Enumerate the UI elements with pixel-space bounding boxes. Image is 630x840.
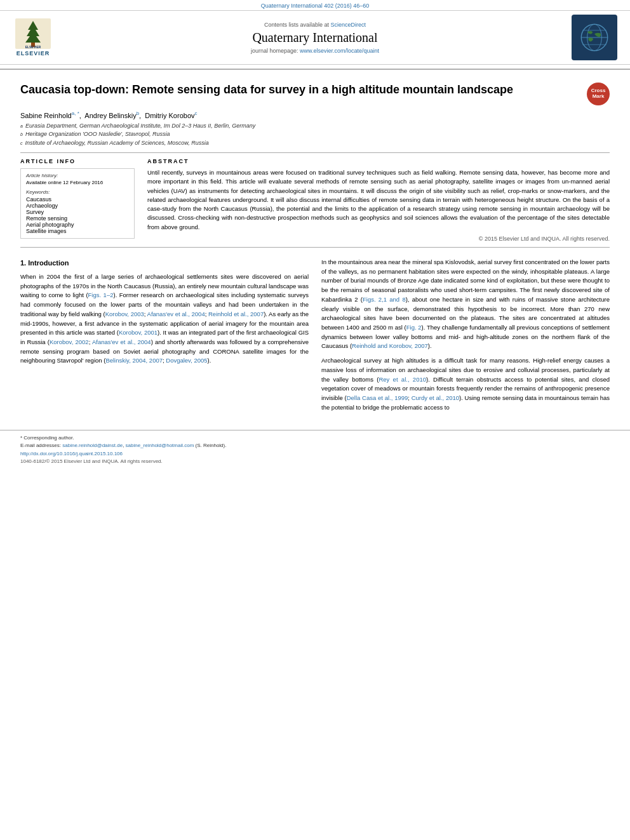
body-column-1: 1. Introduction When in 2004 the first o… bbox=[20, 258, 309, 418]
author-2-sup: b bbox=[137, 110, 139, 116]
author-3: Dmitriy Korobov bbox=[145, 112, 194, 119]
rey2010-link[interactable]: Rey et al., 2010 bbox=[379, 376, 426, 383]
keywords-label: Keywords: bbox=[26, 189, 129, 195]
issn-line: 1040-6182/© 2015 Elsevier Ltd and INQUA.… bbox=[20, 458, 610, 464]
dellacasa1999-link[interactable]: Della Casa et al., 1999 bbox=[347, 394, 408, 401]
crossmark-icon: CrossMark bbox=[587, 83, 610, 105]
keyword-6: Satellite images bbox=[26, 228, 129, 234]
reinhold-korobov-link[interactable]: Reinhold and Korobov, 2007 bbox=[352, 342, 428, 349]
keyword-4: Remote sensing bbox=[26, 215, 129, 222]
body-section: 1. Introduction When in 2004 the first o… bbox=[20, 258, 610, 418]
elsevier-logo: ELSEVIER ELSEVIER bbox=[8, 18, 58, 57]
fig2-link[interactable]: Fig. 2 bbox=[406, 324, 422, 331]
article-body: Caucasia top-down: Remote sensing data f… bbox=[0, 70, 630, 423]
korobov2001-link[interactable]: Korobov, 2001 bbox=[119, 329, 158, 336]
affil-3-sup: c bbox=[20, 140, 23, 147]
affil-1-sup: a bbox=[20, 123, 23, 130]
journal-logo-right bbox=[572, 15, 622, 60]
affiliation-1: a Eurasia Department, German Archaeologi… bbox=[20, 122, 610, 131]
body-column-2: In the mountainous area near the mineral… bbox=[321, 258, 610, 418]
footnote-corresponding: * Corresponding author. bbox=[20, 434, 610, 442]
dovgalev-link[interactable]: Dovgalev, 2005 bbox=[166, 357, 207, 364]
keyword-2: Archaeology bbox=[26, 203, 129, 209]
article-title-section: Caucasia top-down: Remote sensing data f… bbox=[20, 76, 610, 105]
body-divider bbox=[20, 247, 610, 248]
curdy2010-link[interactable]: Curdy et al., 2010 bbox=[412, 394, 459, 401]
figs2-link[interactable]: Figs. 2,1 and 8 bbox=[363, 296, 406, 303]
journal-banner: ELSEVIER ELSEVIER Contents lists availab… bbox=[0, 10, 630, 65]
article-info-column: ARTICLE INFO Article history: Available … bbox=[20, 158, 135, 242]
email-label: E-mail addresses: bbox=[20, 443, 61, 448]
journal-globe-icon bbox=[574, 16, 615, 59]
article-divider bbox=[20, 152, 610, 153]
email-2-link[interactable]: sabine_reinhold@hotmail.com bbox=[126, 443, 194, 448]
keyword-3: Survey bbox=[26, 209, 129, 215]
elsevier-label: ELSEVIER bbox=[17, 50, 50, 57]
affil-1-text: Eurasia Department, German Archaeologica… bbox=[25, 122, 255, 131]
journal-center: Contents lists available at ScienceDirec… bbox=[65, 22, 565, 54]
abstract-column: ABSTRACT Until recently, surveys in moun… bbox=[147, 158, 610, 242]
article-title: Caucasia top-down: Remote sensing data f… bbox=[20, 83, 580, 97]
affil-2-sup: b bbox=[20, 131, 23, 138]
footnote-email: E-mail addresses: sabine.reinhold@dainst… bbox=[20, 442, 610, 450]
article-footer: * Corresponding author. E-mail addresses… bbox=[0, 430, 630, 467]
authors-line: Sabine Reinholda, *, Andrey Belinskiyb, … bbox=[20, 110, 610, 119]
contents-line: Contents lists available at ScienceDirec… bbox=[65, 22, 565, 28]
email-end: (S. Reinhold). bbox=[196, 443, 227, 448]
afanasev2004-link[interactable]: Afanas'ev et al., 2004 bbox=[147, 310, 205, 317]
reinhold2007-link[interactable]: Reinhold et al., 2007 bbox=[208, 310, 264, 317]
copyright-line: © 2015 Elsevier Ltd and INQUA. All right… bbox=[147, 236, 610, 242]
body-col2-para1: In the mountainous area near the mineral… bbox=[321, 258, 610, 351]
korobov2003-link[interactable]: Korobov, 2003 bbox=[105, 310, 144, 317]
korobov2002-link[interactable]: Korobov, 2002 bbox=[50, 338, 89, 345]
journal-logo-image bbox=[572, 15, 617, 60]
section-1-number: 1. bbox=[20, 259, 26, 267]
article-available: Available online 12 February 2016 bbox=[26, 180, 129, 185]
keyword-1: Caucasus bbox=[26, 196, 129, 203]
article-info-box: Article history: Available online 12 Feb… bbox=[20, 168, 135, 239]
doi-link-line: http://dx.doi.org/10.1016/j.quaint.2015.… bbox=[20, 451, 610, 457]
journal-homepage: journal homepage: www.elsevier.com/locat… bbox=[65, 48, 565, 54]
affil-2-text: Heritage Organization 'OOO Nasledie', St… bbox=[25, 130, 170, 139]
fig1-link[interactable]: Figs. 1–2 bbox=[88, 291, 114, 298]
elsevier-tree-icon: ELSEVIER bbox=[15, 18, 51, 49]
keyword-5: Aerial photography bbox=[26, 222, 129, 228]
info-abstract-section: ARTICLE INFO Article history: Available … bbox=[20, 158, 610, 242]
belinskiy-link[interactable]: Belinskiy, 2004, 2007 bbox=[105, 357, 163, 364]
section-1-title: 1. Introduction bbox=[20, 258, 309, 269]
crossmark-badge: CrossMark bbox=[587, 83, 610, 105]
affiliation-2: b Heritage Organization 'OOO Nasledie', … bbox=[20, 130, 610, 139]
article-info-heading: ARTICLE INFO bbox=[20, 158, 135, 164]
homepage-link[interactable]: www.elsevier.com/locate/quaint bbox=[300, 48, 379, 54]
body-col1-para1: When in 2004 the first of a large series… bbox=[20, 272, 309, 366]
affiliations: a Eurasia Department, German Archaeologi… bbox=[20, 122, 610, 148]
author-2: Andrey Belinskiy bbox=[84, 112, 136, 119]
body-col2-para2: Archaeological survey at high altitudes … bbox=[321, 356, 610, 412]
affil-3-text: Institute of Archaeology, Russian Academ… bbox=[25, 139, 209, 148]
affiliation-3: c Institute of Archaeology, Russian Acad… bbox=[20, 139, 610, 148]
author-1-sup: a, * bbox=[72, 110, 79, 116]
journal-citation: Quaternary International 402 (2016) 46–6… bbox=[0, 0, 630, 10]
sciencedirect-link[interactable]: ScienceDirect bbox=[331, 22, 366, 28]
afanasev2004b-link[interactable]: Afanas'ev et al., 2004 bbox=[92, 338, 151, 345]
author-3-sup: c bbox=[195, 110, 198, 116]
svg-text:ELSEVIER: ELSEVIER bbox=[25, 45, 41, 49]
author-1: Sabine Reinhold bbox=[20, 112, 72, 119]
journal-header: Quaternary International 402 (2016) 46–6… bbox=[0, 0, 630, 70]
journal-title: Quaternary International bbox=[65, 30, 565, 45]
email-1-link[interactable]: sabine.reinhold@dainst.de bbox=[62, 443, 123, 448]
page: Quaternary International 402 (2016) 46–6… bbox=[0, 0, 630, 840]
doi-link[interactable]: http://dx.doi.org/10.1016/j.quaint.2015.… bbox=[20, 451, 123, 457]
abstract-text: Until recently, surveys in mountainous a… bbox=[147, 168, 610, 232]
abstract-heading: ABSTRACT bbox=[147, 158, 610, 164]
article-history-label: Article history: bbox=[26, 173, 129, 178]
section-1-label: Introduction bbox=[28, 259, 69, 267]
